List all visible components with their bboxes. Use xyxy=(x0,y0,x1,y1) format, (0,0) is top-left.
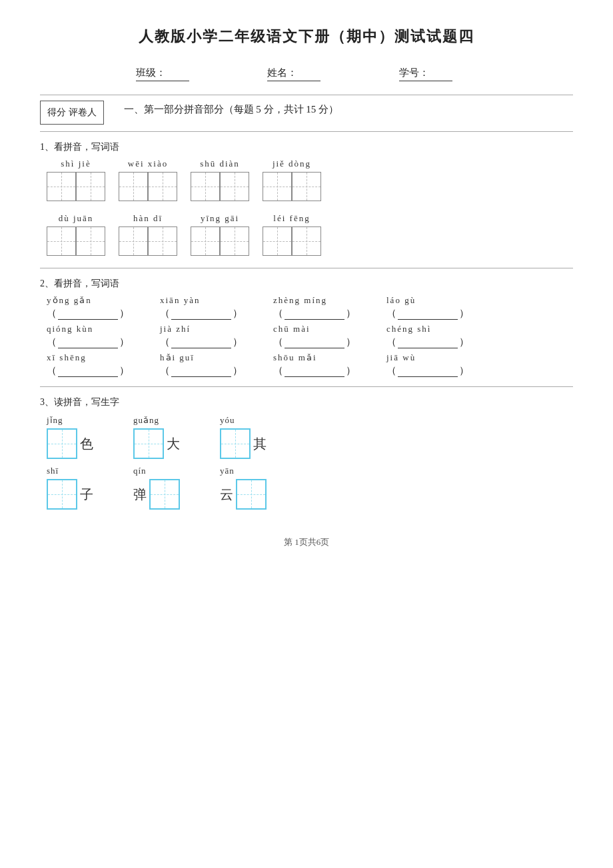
char-box[interactable] xyxy=(292,172,321,201)
char-box[interactable] xyxy=(292,226,321,256)
char-box[interactable] xyxy=(119,172,148,201)
char-text: 弹 xyxy=(133,486,147,504)
paren-pinyin: yǒng gǎn xyxy=(47,295,92,306)
write-item: hàn dī xyxy=(119,213,177,256)
paren-answer: （） xyxy=(160,364,243,377)
section3-pinyin: jǐng xyxy=(47,415,63,426)
paren-pinyin: xī shēng xyxy=(47,352,87,363)
part3-content: jǐng色guǎng大yóu其 shī子qín弹yān云 xyxy=(47,415,573,510)
class-field: 班级： xyxy=(136,67,215,81)
pinyin-label: jiě dòng xyxy=(263,159,321,169)
section3-inline: 大 xyxy=(133,428,180,459)
paren-answer: （） xyxy=(386,336,469,348)
char-boxes xyxy=(263,172,321,201)
section3-pinyin: shī xyxy=(47,466,59,476)
section3-pinyin: guǎng xyxy=(133,415,159,426)
header-section: 得分 评卷人 一、第一部分拼音部分（每题 5 分，共计 15 分） xyxy=(40,95,573,125)
cyan-char-box[interactable] xyxy=(220,428,251,459)
paren-pinyin: chū mài xyxy=(273,324,310,334)
score-box: 得分 评卷人 xyxy=(40,101,104,125)
section-title: 一、第一部分拼音部分（每题 5 分，共计 15 分） xyxy=(124,101,574,116)
student-info: 班级： 姓名： 学号： xyxy=(40,67,573,81)
pinyin-label: wēi xiào xyxy=(119,159,177,169)
answer-line[interactable] xyxy=(285,336,344,348)
paren-answer: （） xyxy=(47,364,129,377)
char-box[interactable] xyxy=(148,172,177,201)
part2-content: yǒng gǎn（）xiān yàn（）zhèng míng（）láo gù（）… xyxy=(47,295,573,377)
paren-item: yǒng gǎn（） xyxy=(47,295,140,320)
section3-pinyin: qín xyxy=(133,466,147,476)
write-item: shū diàn xyxy=(191,159,249,201)
paren-item: jiā wù（） xyxy=(386,352,480,377)
paren-item: zhèng míng（） xyxy=(273,295,366,320)
paren-item: xiān yàn（） xyxy=(160,295,253,320)
part3-row2: shī子qín弹yān云 xyxy=(47,466,573,510)
char-box[interactable] xyxy=(263,226,292,256)
write-item: dù juān xyxy=(47,213,105,256)
paren-pinyin: chéng shì xyxy=(386,324,431,334)
section3-pinyin: yān xyxy=(220,466,235,476)
answer-line[interactable] xyxy=(398,336,458,348)
char-box[interactable] xyxy=(47,172,76,201)
char-boxes xyxy=(119,172,177,201)
part2-title: 2、看拼音，写词语 xyxy=(40,278,573,290)
char-box[interactable] xyxy=(119,226,148,256)
write-item: léi fēng xyxy=(263,213,321,256)
section3-inline: 子 xyxy=(47,479,93,510)
cyan-char-box[interactable] xyxy=(133,428,164,459)
char-box[interactable] xyxy=(76,172,105,201)
paren-pinyin: qióng kùn xyxy=(47,324,93,334)
section3-pinyin: yóu xyxy=(220,415,235,426)
cyan-char-box[interactable] xyxy=(149,479,180,510)
char-box[interactable] xyxy=(148,226,177,256)
answer-line[interactable] xyxy=(58,365,118,377)
cyan-char-box[interactable] xyxy=(47,479,77,510)
section3-inline: 其 xyxy=(220,428,267,459)
answer-line[interactable] xyxy=(171,308,231,320)
answer-line[interactable] xyxy=(285,308,344,320)
paren-pinyin: jià zhí xyxy=(160,324,191,334)
char-boxes xyxy=(47,226,105,256)
paren-answer: （） xyxy=(386,364,469,377)
char-boxes xyxy=(191,226,249,256)
answer-line[interactable] xyxy=(398,365,458,377)
part1-title: 1、看拼音，写词语 xyxy=(40,141,573,153)
paren-answer: （） xyxy=(273,307,356,320)
paren-answer: （） xyxy=(160,336,243,348)
char-text: 色 xyxy=(80,435,93,453)
answer-line[interactable] xyxy=(171,336,231,348)
answer-line[interactable] xyxy=(285,365,344,377)
paren-item: xī shēng（） xyxy=(47,352,140,377)
paren-item: jià zhí（） xyxy=(160,324,253,348)
answer-line[interactable] xyxy=(171,365,231,377)
cyan-char-box[interactable] xyxy=(47,428,77,459)
divider-1 xyxy=(40,131,573,132)
paren-answer: （） xyxy=(160,307,243,320)
char-box[interactable] xyxy=(220,226,249,256)
paren-item: hǎi guī（） xyxy=(160,352,253,377)
char-box[interactable] xyxy=(76,226,105,256)
paren-item: láo gù（） xyxy=(386,295,480,320)
write-item: shì jiè xyxy=(47,159,105,201)
paren-answer: （） xyxy=(273,364,356,377)
paren-answer: （） xyxy=(47,336,129,348)
answer-line[interactable] xyxy=(398,308,458,320)
divider-3 xyxy=(40,386,573,387)
section3-item: guǎng大 xyxy=(133,415,180,459)
answer-line[interactable] xyxy=(58,336,118,348)
paren-row: qióng kùn（）jià zhí（）chū mài（）chéng shì（） xyxy=(47,324,573,348)
paren-row: xī shēng（）hǎi guī（）shōu mǎi（）jiā wù（） xyxy=(47,352,573,377)
char-box[interactable] xyxy=(263,172,292,201)
char-box[interactable] xyxy=(191,226,220,256)
char-box[interactable] xyxy=(47,226,76,256)
char-boxes xyxy=(47,172,105,201)
cyan-char-box[interactable] xyxy=(236,479,267,510)
write-item: wēi xiào xyxy=(119,159,177,201)
answer-line[interactable] xyxy=(58,308,118,320)
char-box[interactable] xyxy=(220,172,249,201)
char-text: 云 xyxy=(220,486,233,504)
char-box[interactable] xyxy=(191,172,220,201)
paren-pinyin: láo gù xyxy=(386,295,416,306)
section3-item: qín弹 xyxy=(133,466,180,510)
paren-answer: （） xyxy=(386,307,469,320)
